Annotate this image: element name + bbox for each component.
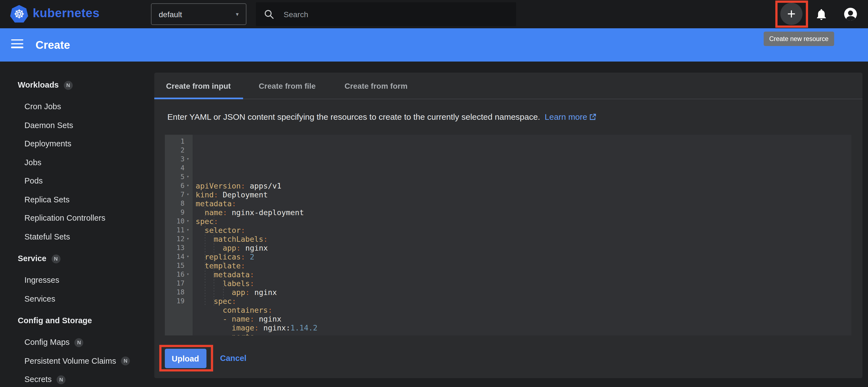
line-number: 17 <box>165 279 192 288</box>
sidebar-item-service[interactable]: ServiceN <box>0 249 154 268</box>
new-badge: N <box>51 254 60 263</box>
code-token <box>196 306 223 314</box>
sidebar-group-label: Config and Storage <box>18 316 92 325</box>
hamburger-menu-button[interactable] <box>11 39 23 48</box>
line-number-label: 8 <box>181 199 185 208</box>
tooltip-create-new-resource: Create new resource <box>764 32 834 46</box>
code-line: containers: <box>196 306 851 314</box>
line-number: 1 <box>165 137 192 146</box>
code-line: app: nginx <box>196 288 851 296</box>
code-token: : <box>241 261 245 270</box>
line-number: 3▾ <box>165 155 192 164</box>
sidebar-item-config-and-storage[interactable]: Config and Storage <box>0 312 154 330</box>
indent-guide <box>214 199 214 306</box>
line-number-label: 7 <box>181 190 185 199</box>
tab-create-from-form[interactable]: Create from form <box>332 73 421 99</box>
code-token: app <box>232 288 245 296</box>
line-number-label: 16 <box>177 270 185 279</box>
sidebar-item-workloads[interactable]: WorkloadsN <box>0 76 154 94</box>
sidebar-item-replication-controllers[interactable]: Replication Controllers <box>0 209 154 227</box>
line-number-label: 19 <box>177 296 185 306</box>
editor-gutter: 123▾45▾6▾7▾8910▾11▾12▾1314▾1516▾171819 <box>165 135 192 336</box>
learn-more-link[interactable]: Learn more <box>545 112 587 121</box>
code-token: : <box>250 270 254 279</box>
code-token <box>196 332 232 336</box>
code-line: replicas: 2 <box>196 252 851 261</box>
sidebar-group-config-and-storage: Config and StorageConfig MapsNPersistent… <box>0 312 154 387</box>
fold-toggle-icon[interactable]: ▾ <box>185 235 191 243</box>
code-line: app: nginx <box>196 243 851 252</box>
fold-toggle-icon[interactable]: ▾ <box>185 226 191 235</box>
code-token: : <box>214 217 218 226</box>
account-button[interactable] <box>844 8 857 21</box>
fold-toggle-icon[interactable]: ▾ <box>185 190 191 199</box>
sidebar-item-services[interactable]: Services <box>0 290 154 308</box>
sidebar-item-label: Ingresses <box>24 276 59 284</box>
top-bar: ☸ kubernetes default ▾ + Create new reso <box>0 0 868 28</box>
fold-toggle-icon[interactable]: ▾ <box>185 252 191 261</box>
sidebar-item-deployments[interactable]: Deployments <box>0 135 154 153</box>
line-number: 5▾ <box>165 172 192 181</box>
code-token: 1.14.2 <box>290 323 317 332</box>
line-number-label: 9 <box>181 208 185 217</box>
line-number-label: 5 <box>181 172 185 181</box>
fold-toggle-icon[interactable]: ▾ <box>185 217 191 226</box>
search-bar[interactable] <box>256 2 516 26</box>
code-token <box>196 279 223 288</box>
sidebar-item-pods[interactable]: Pods <box>0 172 154 190</box>
kubernetes-logo: ☸ <box>10 5 28 23</box>
code-token: nginx-deployment <box>227 208 304 217</box>
code-token: metadata <box>214 270 250 279</box>
sidebar-item-persistent-volume-claims[interactable]: Persistent Volume ClaimsN <box>0 352 154 371</box>
app-bar: Create <box>0 28 868 62</box>
tab-create-from-input[interactable]: Create from input <box>154 73 243 99</box>
search-input[interactable] <box>282 9 508 19</box>
code-line: ports: <box>196 332 851 336</box>
line-number: 6▾ <box>165 181 192 190</box>
sidebar-group-label: Service <box>18 254 46 263</box>
fold-toggle-icon[interactable]: ▾ <box>185 155 191 164</box>
code-token <box>196 314 223 323</box>
upload-button[interactable]: Upload <box>164 349 206 368</box>
code-token <box>196 208 205 217</box>
namespace-selector[interactable]: default ▾ <box>151 3 246 25</box>
sidebar-item-label: Stateful Sets <box>24 232 70 241</box>
fold-toggle-icon[interactable]: ▾ <box>185 270 191 279</box>
sidebar-item-replica-sets[interactable]: Replica Sets <box>0 190 154 209</box>
line-number-label: 15 <box>177 261 185 270</box>
code-token: app <box>223 243 237 252</box>
sidebar-item-stateful-sets[interactable]: Stateful Sets <box>0 227 154 246</box>
code-token: replicas <box>205 252 241 261</box>
sidebar-item-jobs[interactable]: Jobs <box>0 153 154 172</box>
code-token <box>196 323 232 332</box>
tab-create-from-file[interactable]: Create from file <box>243 73 332 99</box>
sidebar-item-label: Pods <box>24 176 43 185</box>
code-token: : <box>254 323 259 332</box>
code-token: : <box>250 279 254 288</box>
code-token: : <box>214 190 218 199</box>
sidebar-item-cron-jobs[interactable]: Cron Jobs <box>0 98 154 116</box>
line-number: 12▾ <box>165 235 192 243</box>
fold-toggle-icon[interactable]: ▾ <box>185 181 191 190</box>
notifications-button[interactable] <box>815 8 828 21</box>
code-line: spec: <box>196 296 851 306</box>
code-token: - name <box>223 314 250 323</box>
sidebar-item-secrets[interactable]: SecretsN <box>0 371 154 387</box>
editor-code-area[interactable]: apiVersion: apps/v1kind: Deploymentmetad… <box>192 135 851 336</box>
sidebar-item-label: Secrets <box>24 375 52 384</box>
sidebar-item-label: Cron Jobs <box>24 102 61 111</box>
sidebar-item-ingresses[interactable]: Ingresses <box>0 271 154 290</box>
cancel-button[interactable]: Cancel <box>220 349 246 368</box>
sidebar-item-config-maps[interactable]: Config MapsN <box>0 333 154 352</box>
sidebar-group-workloads: WorkloadsNCron JobsDaemon SetsDeployment… <box>0 76 154 246</box>
bell-icon <box>815 8 828 21</box>
line-number-label: 1 <box>181 137 185 146</box>
sidebar-item-label: Jobs <box>24 158 41 167</box>
fold-toggle-icon[interactable]: ▾ <box>185 172 191 181</box>
line-number-label: 11 <box>177 226 185 235</box>
code-token: : <box>245 288 250 296</box>
yaml-editor[interactable]: 123▾45▾6▾7▾8910▾11▾12▾1314▾1516▾171819 a… <box>165 135 851 336</box>
page-title: Create <box>35 28 70 62</box>
code-token: : <box>223 208 227 217</box>
sidebar-item-daemon-sets[interactable]: Daemon Sets <box>0 116 154 135</box>
